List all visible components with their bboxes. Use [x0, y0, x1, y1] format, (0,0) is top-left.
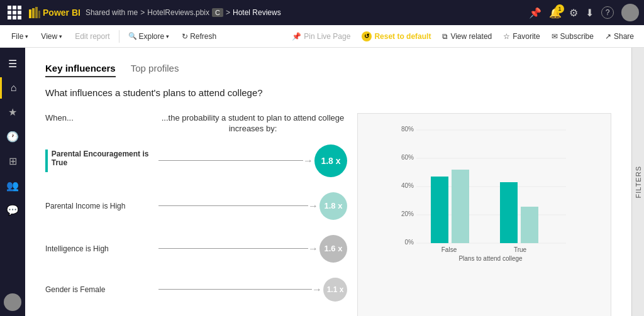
sidebar-avatar[interactable] [4, 293, 21, 311]
y-label-80: 80% [401, 126, 414, 133]
refresh-button[interactable]: ↻ Refresh [175, 25, 223, 47]
bubble-3: 1.6 x [319, 235, 347, 263]
settings-icon[interactable]: ⚙ [569, 7, 578, 19]
influencer-row-4[interactable]: Gender is Female → 1.1 x [45, 278, 347, 302]
explore-menu[interactable]: 🔍 Explore ▾ [122, 25, 176, 47]
influencer-label-2: Parental Income is High [45, 202, 158, 210]
view-related-button[interactable]: ⧉ View related [437, 32, 497, 41]
arrow-line-2: → [158, 200, 319, 212]
sidebar-item-home[interactable]: ⌂ [0, 77, 25, 99]
refresh-icon: ↻ [182, 32, 188, 41]
help-icon[interactable]: ? [601, 6, 614, 19]
breadcrumb-sep1: > [140, 8, 145, 17]
file-menu[interactable]: File ▾ [5, 25, 35, 47]
influencer-row-1[interactable]: Parental Encouragement is True → 1.8 x [45, 144, 347, 177]
arrow-line-3: → [158, 243, 319, 254]
tab-top-profiles[interactable]: Top profiles [131, 63, 179, 77]
influencer-row-3[interactable]: Intelligence is High → 1.6 x [45, 235, 347, 263]
sidebar-item-favorites[interactable]: ★ [0, 101, 25, 123]
column-headers: When... ...the probability a student to … [45, 113, 347, 134]
tab-key-influencers[interactable]: Key influencers [45, 63, 116, 77]
y-label-0: 0% [405, 239, 414, 246]
sidebar-item-apps[interactable]: ⊞ [0, 150, 25, 172]
topbar-icons: 📌 🔔 1 ⚙ ⬇ ? [529, 4, 639, 21]
false-bar1 [431, 177, 448, 243]
bar-chart: 80% 60% 40% 20% 0% [368, 124, 601, 262]
y-label-40: 40% [401, 182, 414, 189]
content-area: Key influencers Top profiles What influe… [25, 48, 631, 316]
edit-report-button[interactable]: Edit report [69, 25, 116, 47]
profile-icon[interactable] [621, 4, 639, 21]
sidebar-item-recent[interactable]: 🕐 [0, 126, 25, 148]
arrow-icon-3: → [308, 243, 318, 254]
col-prob-label: ...the probability a student to plan to … [158, 113, 347, 134]
x-label-false: False [441, 246, 457, 253]
bubble-4: 1.1 x [323, 278, 347, 302]
influencer-label-1: Parental Encouragement is True [45, 150, 158, 172]
false-bar2 [452, 170, 469, 243]
line-3 [158, 248, 308, 249]
arrow-icon-4: → [312, 284, 322, 295]
chevron-down-icon: ▾ [25, 33, 28, 40]
sidebar-item-messages[interactable]: 💬 [0, 199, 25, 221]
influencer-label-3: Intelligence is High [45, 244, 158, 253]
y-label-20: 20% [401, 210, 414, 217]
svg-rect-2 [35, 7, 38, 18]
sidebar-menu-toggle[interactable]: ☰ [3, 53, 22, 75]
reset-circle-icon: ↺ [362, 31, 372, 41]
chevron-down-icon: ▾ [59, 33, 62, 40]
lock-badge: C [212, 8, 223, 17]
apps-icon[interactable] [5, 3, 24, 22]
arrow-icon-2: → [308, 200, 318, 212]
line-1 [158, 160, 303, 161]
topbar: Power BI Shared with me > HotelReviews.p… [0, 0, 644, 25]
breadcrumb-sep2: > [226, 8, 230, 17]
y-label-60: 60% [401, 154, 414, 161]
chart-panel: 80% 60% 40% 20% 0% [357, 113, 611, 316]
pin-live-button[interactable]: 📌 Pin Live Page [287, 32, 355, 41]
file-name-label[interactable]: HotelReviews.pbix [147, 8, 209, 17]
filters-panel[interactable]: FILTERS [631, 48, 644, 316]
star-icon: ☆ [503, 32, 510, 41]
pin-live-icon: 📌 [292, 32, 301, 41]
reset-button[interactable]: ↺ Reset to default [357, 31, 436, 41]
bubble-1: 1.8 x [314, 144, 347, 177]
active-bar-indicator [45, 150, 48, 172]
favorite-button[interactable]: ☆ Favorite [498, 32, 545, 41]
subscribe-button[interactable]: ✉ Subscribe [547, 32, 599, 41]
notification-badge: 1 [555, 4, 564, 13]
x-label-true: True [514, 246, 527, 253]
svg-rect-3 [38, 11, 40, 18]
tabs-container: Key influencers Top profiles [45, 63, 611, 77]
bell-icon[interactable]: 🔔 1 [549, 7, 562, 19]
arrow-line-1: → [158, 155, 314, 166]
chevron-down-icon: ▾ [166, 33, 169, 40]
arrow-icon-1: → [303, 155, 313, 166]
true-bar2 [521, 207, 538, 243]
influencer-row-2[interactable]: Parental Income is High → 1.8 x [45, 192, 347, 220]
svg-rect-1 [32, 8, 35, 18]
line-4 [158, 289, 312, 290]
line-2 [158, 205, 308, 206]
svg-rect-0 [29, 9, 31, 18]
download-icon[interactable]: ⬇ [586, 7, 594, 19]
sidebar-item-shared[interactable]: 👥 [0, 175, 25, 197]
col-when-label: When... [45, 113, 158, 134]
pin-icon[interactable]: 📌 [529, 7, 541, 19]
shared-with-me-label[interactable]: Shared with me [86, 8, 138, 17]
powerbi-logo: Power BI [29, 7, 80, 18]
main-area: ☰ ⌂ ★ 🕐 ⊞ 👥 💬 Key influencers Top profil… [0, 48, 644, 316]
share-icon: ↗ [605, 32, 611, 41]
right-actions: 📌 Pin Live Page ↺ Reset to default ⧉ Vie… [287, 31, 639, 41]
true-bar1 [500, 182, 518, 243]
view-menu[interactable]: View ▾ [35, 25, 69, 47]
sidebar: ☰ ⌂ ★ 🕐 ⊞ 👥 💬 [0, 48, 25, 316]
x-axis-title: Plans to attend college [458, 255, 523, 262]
view-related-icon: ⧉ [442, 32, 448, 41]
secondary-toolbar: File ▾ View ▾ Edit report 🔍 Explore ▾ ↻ … [0, 25, 644, 48]
report-name-label[interactable]: Hotel Reviews [233, 8, 281, 17]
filters-label: FILTERS [635, 166, 642, 198]
arrow-line-4: → [158, 284, 323, 295]
share-button[interactable]: ↗ Share [600, 32, 639, 41]
influencer-label-4: Gender is Female [45, 285, 158, 294]
